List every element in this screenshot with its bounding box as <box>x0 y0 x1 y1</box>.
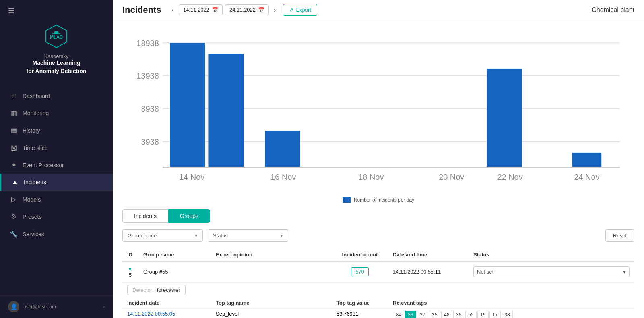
export-label: Export <box>296 7 311 13</box>
sidebar-item-label: Monitoring <box>23 110 49 116</box>
prev-date-button[interactable]: ‹ <box>169 5 176 15</box>
sidebar: ☰ MLAD Kaspersky Machine Learning for An… <box>0 0 113 318</box>
bar-24nov <box>572 153 602 167</box>
filters-row: Group name ▾ Status ▾ Reset <box>122 229 634 242</box>
date-navigation: ‹ 14.11.2022 📅 24.11.2022 📅 › <box>169 4 279 15</box>
tab-incidents[interactable]: Incidents <box>122 209 168 223</box>
sidebar-header: ☰ <box>0 0 113 19</box>
sidebar-item-event-processor[interactable]: ✦ Event Processor <box>0 156 113 174</box>
sidebar-item-services[interactable]: 🔧 Services <box>0 225 113 243</box>
bar-14nov-1 <box>170 43 205 167</box>
incident-sub-header: Incident date Top tag name Top tag value… <box>122 297 634 309</box>
legend-color-box <box>343 197 351 203</box>
svg-text:3938: 3938 <box>141 137 159 146</box>
col-date-time: Date and time <box>388 248 469 261</box>
sidebar-item-history[interactable]: ▤ History <box>0 122 113 139</box>
sidebar-item-incidents[interactable]: ▲ Incidents <box>0 174 113 191</box>
topbar: Incidents ‹ 14.11.2022 📅 24.11.2022 📅 › … <box>113 0 644 20</box>
tag-item: 35 <box>453 311 464 318</box>
legend-label: Number of incidents per day <box>354 197 414 203</box>
svg-text:22 Nov: 22 Nov <box>497 173 522 181</box>
user-email: user@test.com <box>23 304 56 310</box>
top-tag-name-header: Top tag name <box>211 297 332 309</box>
bar-14nov-2 <box>208 54 244 168</box>
presets-icon: ⚙ <box>10 213 18 220</box>
group-id: 5 <box>129 272 132 278</box>
status-placeholder: Status <box>213 233 228 239</box>
next-date-button[interactable]: › <box>271 5 278 15</box>
relevant-tags-cell: 24332725483552191738 <box>388 308 634 318</box>
start-date-value: 14.11.2022 <box>183 7 209 13</box>
svg-text:14 Nov: 14 Nov <box>179 173 204 181</box>
export-icon: ↗ <box>289 7 293 13</box>
svg-text:16 Nov: 16 Nov <box>270 173 296 181</box>
tag-item: 38 <box>502 311 513 318</box>
tag-item: 48 <box>441 311 452 318</box>
tag-item: 33 <box>405 311 416 318</box>
col-status: Status <box>469 248 634 261</box>
detector-badge: Detector: forecaster <box>127 285 186 295</box>
sidebar-item-label: Services <box>23 231 44 237</box>
tab-groups[interactable]: Groups <box>168 209 210 223</box>
status-filter[interactable]: Status ▾ <box>208 229 288 242</box>
detector-label: Detector: <box>132 287 154 293</box>
sidebar-item-label: Dashboard <box>23 93 50 99</box>
col-incident-count: Incident count <box>332 248 388 261</box>
incident-count-cell: 570 <box>332 261 388 283</box>
svg-text:MLAD: MLAD <box>50 35 63 39</box>
reset-button[interactable]: Reset <box>605 229 634 242</box>
start-date-button[interactable]: 14.11.2022 📅 <box>179 4 223 15</box>
hamburger-icon[interactable]: ☰ <box>8 6 14 15</box>
col-id: ID <box>122 248 138 261</box>
status-cell: Not set ▾ <box>469 261 634 283</box>
bar-22nov-1 <box>487 69 522 167</box>
svg-rect-3 <box>54 31 58 34</box>
brand-text: Kaspersky Machine Learning for Anomaly D… <box>27 53 87 75</box>
avatar: 👤 <box>8 301 19 312</box>
sidebar-item-label: Time slice <box>23 145 48 151</box>
detector-value: forecaster <box>157 287 180 293</box>
sidebar-item-time-slice[interactable]: ▧ Time slice <box>0 139 113 156</box>
sidebar-item-label: Event Processor <box>23 162 64 168</box>
status-value: Not set <box>477 269 493 275</box>
status-arrow-icon: ▾ <box>623 269 626 275</box>
incident-count-badge: 570 <box>351 267 369 276</box>
svg-text:18938: 18938 <box>136 39 159 48</box>
sidebar-item-monitoring[interactable]: ▦ Monitoring <box>0 104 113 122</box>
sidebar-item-label: Models <box>23 196 41 203</box>
event-processor-icon: ✦ <box>10 161 18 169</box>
view-tabs: Incidents Groups <box>122 209 634 223</box>
status-arrow-icon: ▾ <box>280 233 283 239</box>
sidebar-item-presets[interactable]: ⚙ Presets <box>0 208 113 225</box>
top-tag-value-header: Top tag value <box>332 297 388 309</box>
svg-text:18 Nov: 18 Nov <box>358 173 384 181</box>
logo-area: MLAD Kaspersky Machine Learning for Anom… <box>0 19 113 83</box>
svg-text:13938: 13938 <box>136 71 159 80</box>
logo-icon: MLAD <box>43 23 69 49</box>
group-name-cell: Group #55 <box>138 261 211 283</box>
top-tag-value-cell: 53.76981 <box>332 308 388 318</box>
nav-menu: ⊞ Dashboard ▦ Monitoring ▤ History ▧ Tim… <box>0 83 113 295</box>
incident-date-link[interactable]: 14.11.2022 00:55:05 <box>127 311 175 317</box>
bar-16nov <box>265 131 300 167</box>
group-name-filter[interactable]: Group name ▾ <box>122 229 203 242</box>
svg-text:8938: 8938 <box>141 104 159 113</box>
monitoring-icon: ▦ <box>10 109 18 117</box>
svg-text:20 Nov: 20 Nov <box>439 173 464 181</box>
end-date-button[interactable]: 24.11.2022 📅 <box>225 4 269 15</box>
export-button[interactable]: ↗ Export <box>283 4 317 16</box>
expand-arrow-icon[interactable]: ▼ <box>127 266 133 272</box>
sidebar-item-dashboard[interactable]: ⊞ Dashboard <box>0 87 113 104</box>
col-expert-opinion: Expert opinion <box>211 248 332 261</box>
dashboard-icon: ⊞ <box>10 92 18 100</box>
expand-cell[interactable]: ▼ 5 <box>122 261 138 283</box>
status-select[interactable]: Not set ▾ <box>473 266 630 277</box>
sidebar-expand-icon[interactable]: › <box>103 304 105 310</box>
incident-date-header: Incident date <box>122 297 211 309</box>
tag-item: 24 <box>393 311 404 318</box>
page-title: Incidents <box>122 5 161 15</box>
incident-date-cell[interactable]: 14.11.2022 00:55:05 <box>122 308 211 318</box>
sidebar-item-models[interactable]: ▷ Models <box>0 191 113 208</box>
tag-item: 19 <box>477 311 489 318</box>
chart-area: 18938 13938 8938 3938 14 Nov 16 Nov 18 N… <box>122 28 634 191</box>
